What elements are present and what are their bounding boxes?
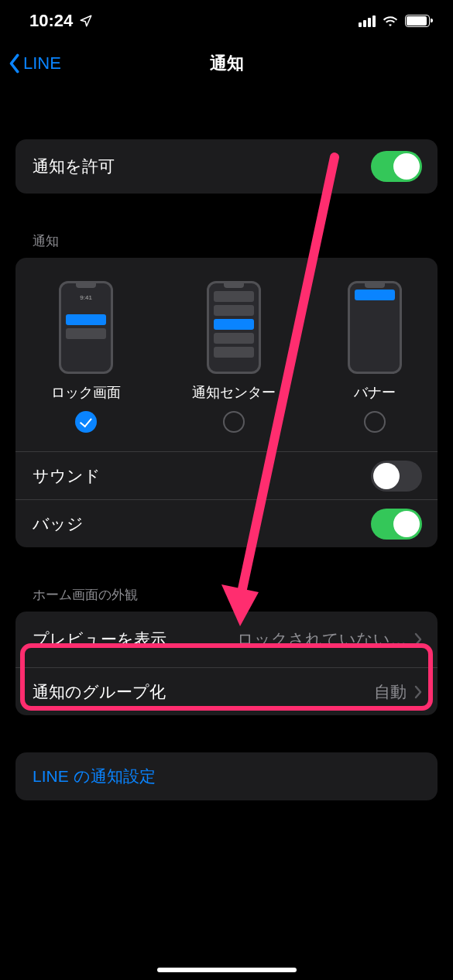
status-time: 10:24 (29, 11, 73, 31)
style-lock-radio[interactable] (75, 411, 97, 433)
sound-switch[interactable] (371, 461, 422, 492)
status-bar: 10:24 (0, 0, 453, 42)
lock-screen-preview-icon: 9:41 (59, 281, 113, 374)
allow-notifications-switch[interactable] (371, 151, 422, 182)
row-show-previews[interactable]: プレビューを表示 ロックされていない… (15, 612, 438, 667)
sound-label: サウンド (33, 465, 371, 487)
chevron-right-icon (414, 632, 422, 646)
status-left: 10:24 (29, 11, 93, 31)
section-alerts: 9:41 ロック画面 通知 (15, 258, 438, 547)
style-notification-center[interactable]: 通知センター (192, 281, 276, 433)
row-sound[interactable]: サウンド (15, 451, 438, 499)
show-previews-value: ロックされていない… (237, 629, 407, 650)
cellular-signal-icon (359, 15, 376, 27)
row-notification-grouping[interactable]: 通知のグループ化 自動 (15, 667, 438, 715)
style-center-label: 通知センター (192, 383, 276, 402)
style-banner-radio[interactable] (364, 411, 386, 433)
style-banner-label: バナー (354, 383, 396, 402)
row-allow-notifications[interactable]: 通知を許可 (15, 139, 438, 194)
badge-switch[interactable] (371, 509, 422, 540)
location-icon (79, 14, 93, 28)
section-header-alerts: 通知 (33, 232, 438, 250)
row-line-notification-settings[interactable]: LINE の通知設定 (15, 752, 438, 800)
page-title: 通知 (0, 52, 453, 75)
allow-notifications-label: 通知を許可 (33, 156, 371, 177)
row-badge[interactable]: バッジ (15, 499, 438, 547)
grouping-value: 自動 (374, 681, 407, 703)
battery-icon (405, 15, 430, 27)
badge-label: バッジ (33, 513, 371, 535)
section-allow: 通知を許可 (15, 139, 438, 194)
home-indicator[interactable] (157, 968, 297, 972)
wifi-icon (382, 15, 399, 27)
back-button[interactable]: LINE (8, 53, 61, 74)
status-right (359, 15, 430, 27)
section-appearance: プレビューを表示 ロックされていない… 通知のグループ化 自動 (15, 612, 438, 715)
style-lock-screen[interactable]: 9:41 ロック画面 (51, 281, 121, 433)
banner-preview-icon (348, 281, 402, 374)
grouping-label: 通知のグループ化 (33, 681, 374, 703)
back-label: LINE (23, 53, 61, 74)
show-previews-label: プレビューを表示 (33, 629, 237, 650)
section-header-appearance: ホーム画面の外観 (33, 586, 438, 604)
section-app-settings: LINE の通知設定 (15, 752, 438, 800)
chevron-right-icon (414, 685, 422, 699)
style-lock-label: ロック画面 (51, 383, 121, 402)
notification-center-preview-icon (207, 281, 261, 374)
chevron-left-icon (8, 53, 20, 74)
line-settings-label: LINE の通知設定 (33, 766, 422, 787)
nav-bar: LINE 通知 (0, 42, 453, 85)
style-center-radio[interactable] (223, 411, 245, 433)
style-banner[interactable]: バナー (348, 281, 402, 433)
notification-styles: 9:41 ロック画面 通知 (15, 258, 438, 451)
